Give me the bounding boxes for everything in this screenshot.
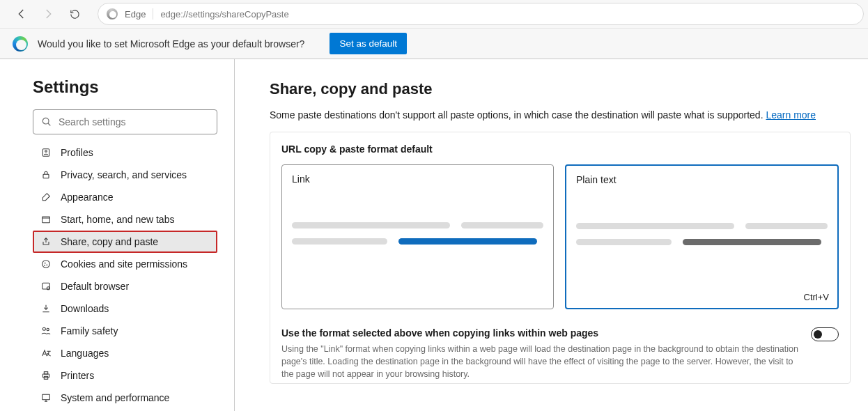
svg-rect-13 [42,374,49,378]
section-heading: URL copy & paste format default [270,132,850,159]
printer-icon [40,369,52,382]
svg-point-0 [42,118,49,124]
language-icon [40,347,52,359]
profile-icon [40,146,52,159]
toggle-description: Using the "Link" format when copying lin… [281,343,800,380]
sidebar-item-share-copy-paste[interactable]: Share, copy and paste [33,231,217,253]
sidebar-item-cookies[interactable]: Cookies and site permissions [33,253,217,275]
default-browser-icon [40,280,52,293]
page-description: Some paste destinations don't support al… [270,109,857,121]
learn-more-link[interactable]: Learn more [766,109,816,121]
sidebar-item-label: Privacy, search, and services [61,169,187,180]
sidebar-item-label: Languages [61,348,109,359]
family-icon [40,325,52,337]
svg-rect-14 [44,372,47,374]
back-button[interactable] [10,2,33,26]
browser-toolbar: Edge edge://settings/shareCopyPaste [0,0,868,29]
monitor-icon [40,391,52,404]
page-title: Share, copy and paste [270,80,857,98]
download-icon [40,302,52,315]
sidebar-item-languages[interactable]: Languages [33,342,217,364]
settings-title: Settings [33,77,223,97]
lock-icon [40,169,52,181]
settings-nav: Profiles Privacy, search, and services A… [33,141,223,409]
option-plain-text[interactable]: Plain text Ctrl+V [565,164,839,309]
svg-point-2 [45,150,47,153]
settings-content: Share, copy and paste Some paste destina… [235,59,868,411]
sidebar-item-label: Cookies and site permissions [61,258,187,270]
sidebar-item-default-browser[interactable]: Default browser [33,275,217,297]
brush-icon [40,191,52,203]
share-icon [40,235,52,248]
svg-point-8 [45,265,45,266]
edge-logo-icon [13,36,28,52]
sidebar-item-appearance[interactable]: Appearance [33,186,217,208]
svg-rect-3 [43,174,49,178]
default-browser-infobar: Would you like to set Microsoft Edge as … [0,29,868,59]
address-separator [153,8,153,20]
sidebar-item-label: Default browser [61,281,129,292]
svg-rect-15 [44,376,47,379]
infobar-prompt: Would you like to set Microsoft Edge as … [38,38,304,49]
option-title: Link [292,173,543,185]
sidebar-item-privacy[interactable]: Privacy, search, and services [33,164,217,186]
svg-point-7 [47,265,47,265]
toggle-format-switch[interactable] [811,327,839,341]
settings-card: URL copy & paste format default Link Pla… [270,132,851,384]
option-link[interactable]: Link [281,164,554,309]
address-label: Edge [125,9,146,20]
edge-icon [107,8,118,20]
svg-point-12 [47,328,49,330]
sidebar-item-start[interactable]: Start, home, and new tabs [33,208,217,231]
svg-rect-9 [42,283,50,289]
svg-point-5 [42,261,50,268]
sidebar-item-label: Printers [61,370,94,381]
set-default-button[interactable]: Set as default [330,33,407,54]
address-url: edge://settings/shareCopyPaste [160,9,288,20]
sidebar-item-family[interactable]: Family safety [33,320,217,342]
sidebar-item-label: Share, copy and paste [61,236,158,247]
toggle-format-row: Use the format selected above when copyi… [270,320,850,383]
sidebar-item-label: Appearance [61,192,114,203]
svg-rect-4 [42,217,50,223]
cookie-icon [40,258,52,270]
toggle-title: Use the format selected above when copyi… [281,327,800,339]
newtab-icon [40,213,52,226]
sidebar-item-printers[interactable]: Printers [33,364,217,387]
svg-point-6 [45,263,45,263]
forward-button[interactable] [36,2,60,26]
sidebar-item-label: Downloads [61,303,109,314]
refresh-button[interactable] [63,2,86,26]
sidebar-item-label: Start, home, and new tabs [61,214,174,225]
search-icon [41,116,52,127]
address-bar[interactable]: Edge edge://settings/shareCopyPaste [98,3,864,25]
sidebar-item-label: Family safety [61,325,118,336]
svg-rect-16 [42,394,50,399]
option-shortcut: Ctrl+V [804,292,829,302]
svg-point-11 [42,327,45,330]
search-settings-input[interactable] [33,109,217,134]
sidebar-item-downloads[interactable]: Downloads [33,297,217,320]
settings-sidebar: Settings Profiles Privacy, search, and s… [0,59,235,411]
sidebar-item-label: System and performance [61,392,169,403]
sidebar-item-profiles[interactable]: Profiles [33,141,217,164]
sidebar-item-system[interactable]: System and performance [33,387,217,409]
option-title: Plain text [576,174,828,185]
sidebar-item-label: Profiles [61,147,93,158]
